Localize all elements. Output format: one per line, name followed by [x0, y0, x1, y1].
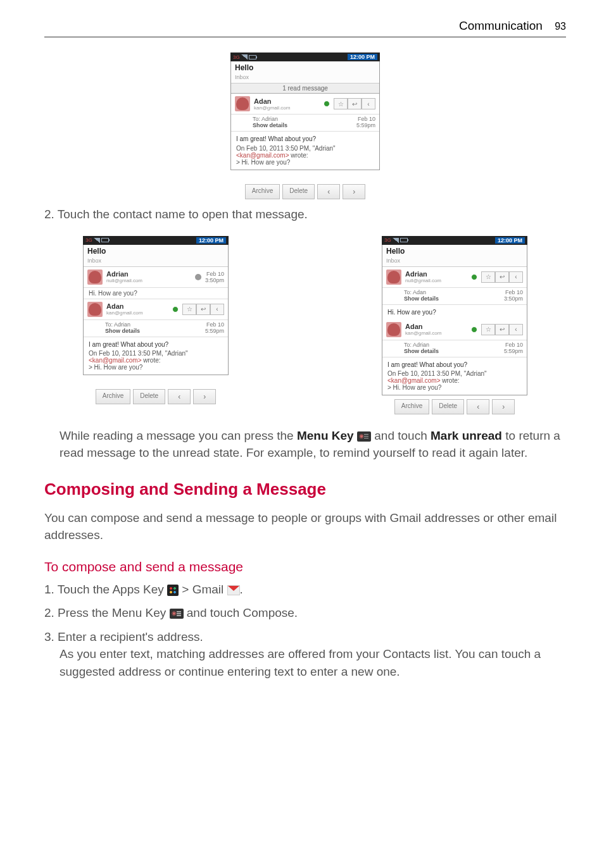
compose-step-3: 3. Enter a recipient's address. As you e…	[44, 628, 566, 681]
read-count-tab[interactable]: 1 read message	[231, 84, 379, 94]
mark-unread-paragraph: While reading a message you can press th…	[60, 427, 566, 462]
sender-row[interactable]: Adan kan@gmail.com ☆ ↩ ‹	[231, 94, 379, 115]
archive-button[interactable]: Archive	[245, 184, 280, 199]
bottom-bar-detached: Archive Delete ‹ ›	[230, 184, 380, 199]
screenshot-thread-expanded: 3G12:00 PM HelloInbox Adriannull@gmail.c…	[382, 236, 527, 414]
next-button[interactable]: ›	[343, 184, 365, 199]
more-button[interactable]: ‹	[362, 98, 375, 109]
avatar	[235, 96, 250, 111]
step-2-text: 2. Touch the contact name to open that m…	[44, 206, 566, 223]
menu-key-icon	[170, 609, 184, 619]
composing-intro: You can compose and send a message to pe…	[44, 509, 566, 544]
email-subject: Hello Inbox	[231, 61, 379, 84]
status-bar: 3G 12:00 PM	[230, 53, 380, 61]
screenshot-message-view: 3G 12:00 PM Hello Inbox 1 read message A…	[230, 53, 380, 170]
message-body: I am great! What about you? On Feb 10, 2…	[231, 132, 379, 170]
screenshot-thread-list: 3G12:00 PM HelloInbox Adriannull@gmail.c…	[83, 236, 229, 414]
to-compose-heading: To compose and send a message	[44, 559, 566, 574]
thread-item-adan[interactable]: Adankan@gmail.com ☆ ↩ ‹	[84, 299, 228, 320]
star-button[interactable]: ☆	[334, 98, 348, 109]
to-row[interactable]: To: AdrianShow details Feb 105:59pm	[231, 115, 379, 132]
section-title: Communication	[459, 19, 543, 32]
reply-button[interactable]: ↩	[348, 98, 362, 109]
menu-key-icon	[357, 431, 371, 442]
expanded-adrian[interactable]: Adriannull@gmail.com ☆ ↩ ‹	[382, 267, 527, 288]
status-time: 12:00 PM	[348, 54, 377, 60]
compose-step-2: 2. Press the Menu Key and touch Compose.	[44, 604, 566, 622]
presence-icon	[324, 101, 330, 107]
apps-key-icon	[167, 585, 179, 596]
thread-item-adrian[interactable]: Adriannull@gmail.com Feb 103:50pm	[84, 267, 228, 288]
composing-heading: Composing and Sending a Message	[44, 480, 566, 499]
delete-button[interactable]: Delete	[282, 184, 315, 199]
unread-dot-icon	[195, 274, 201, 280]
page-number: 93	[555, 21, 566, 32]
prev-button[interactable]: ‹	[317, 184, 340, 199]
expanded-adan[interactable]: Adankan@gmail.com ☆ ↩ ‹	[382, 319, 527, 340]
compose-step-1: 1. Touch the Apps Key > Gmail .	[44, 581, 566, 598]
gmail-icon	[227, 585, 240, 595]
page-header: Communication 93	[44, 19, 566, 37]
